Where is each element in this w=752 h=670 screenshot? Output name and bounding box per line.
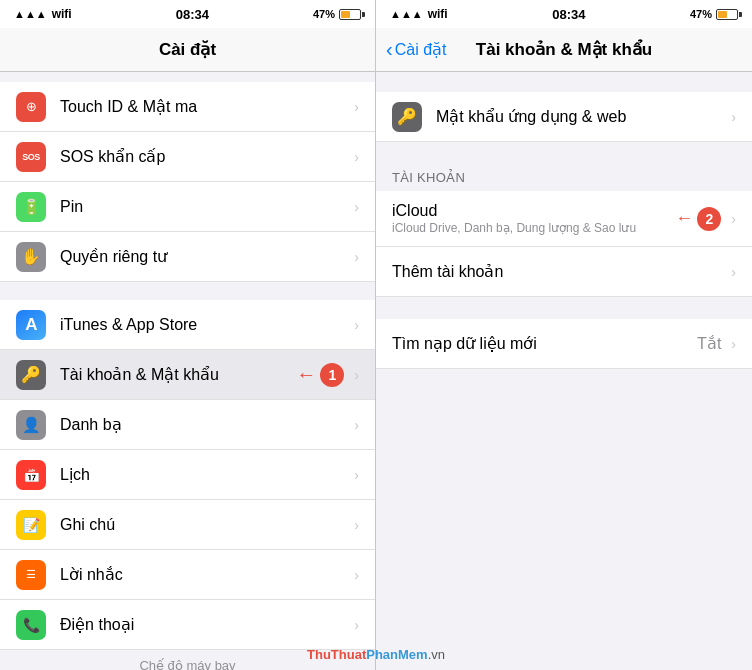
privacy-chevron: › xyxy=(354,249,359,265)
phone-icon: 📞 xyxy=(16,610,46,640)
wifi-icon: wifi xyxy=(52,7,72,21)
list-item-notes[interactable]: 📝 Ghi chú › xyxy=(0,500,375,550)
time-left: 08:34 xyxy=(176,7,209,22)
status-bar-left: ▲▲▲ wifi 08:34 47% xyxy=(0,0,375,28)
sos-chevron: › xyxy=(354,149,359,165)
list-item-contacts[interactable]: 👤 Danh bạ › xyxy=(0,400,375,450)
sos-text: SOS khẩn cấp xyxy=(60,147,350,166)
signal-icon-right: ▲▲▲ xyxy=(390,8,423,20)
touchid-chevron: › xyxy=(354,99,359,115)
back-label: Cài đặt xyxy=(395,40,447,59)
notes-icon: 📝 xyxy=(16,510,46,540)
list-item-itunes[interactable]: A iTunes & App Store › xyxy=(0,300,375,350)
privacy-text: Quyền riêng tư xyxy=(60,247,350,266)
pin-text: Pin xyxy=(60,198,350,216)
battery-icon-right xyxy=(716,9,738,20)
settings-list-right: 🔑 Mật khẩu ứng dụng & web › TÀI KHOẢN iC… xyxy=(376,72,752,670)
notes-text: Ghi chú xyxy=(60,516,350,534)
reminders-chevron: › xyxy=(354,567,359,583)
list-item-phone[interactable]: 📞 Điện thoại › xyxy=(0,600,375,650)
nav-title-left: Cài đặt xyxy=(159,39,216,60)
list-item-icloud[interactable]: iCloud iCloud Drive, Danh bạ, Dung lượng… xyxy=(376,191,752,247)
password-web-text: Mật khẩu ứng dụng & web xyxy=(436,107,727,126)
reminders-label: Lời nhắc xyxy=(60,566,123,583)
touchid-label: Touch ID & Mật ma xyxy=(60,98,197,115)
itunes-icon: A xyxy=(16,310,46,340)
touchid-text: Touch ID & Mật ma xyxy=(60,97,350,116)
signal-icon: ▲▲▲ xyxy=(14,8,47,20)
phone-chevron: › xyxy=(354,617,359,633)
back-chevron-icon: ‹ xyxy=(386,39,393,59)
privacy-icon: ✋ xyxy=(16,242,46,272)
pin-icon: 🔋 xyxy=(16,192,46,222)
calendar-label: Lịch xyxy=(60,466,90,483)
nav-bar-left: Cài đặt xyxy=(0,28,375,72)
pin-chevron: › xyxy=(354,199,359,215)
nav-title-right: Tài khoản & Mật khẩu xyxy=(476,39,652,60)
itunes-chevron: › xyxy=(354,317,359,333)
contacts-icon: 👤 xyxy=(16,410,46,440)
fetch-text: Tìm nạp dữ liệu mới xyxy=(392,334,697,353)
reminders-icon: ☰ xyxy=(16,560,46,590)
right-panel: ▲▲▲ wifi 08:34 47% ‹ Cài đặt Tài khoản &… xyxy=(376,0,752,670)
icloud-sublabel: iCloud Drive, Danh bạ, Dung lượng & Sao … xyxy=(392,221,673,235)
list-item-pin[interactable]: 🔋 Pin › xyxy=(0,182,375,232)
pin-label: Pin xyxy=(60,198,83,215)
calendar-chevron: › xyxy=(354,467,359,483)
notes-chevron: › xyxy=(354,517,359,533)
password-web-icon: 🔑 xyxy=(392,102,422,132)
status-left: ▲▲▲ wifi xyxy=(14,7,72,21)
touchid-icon: ⊕ xyxy=(16,92,46,122)
list-item-reminders[interactable]: ☰ Lời nhắc › xyxy=(0,550,375,600)
phone-label: Điện thoại xyxy=(60,616,134,633)
section-header-accounts: TÀI KHOẢN xyxy=(376,164,752,191)
phone-text: Điện thoại xyxy=(60,615,350,634)
status-right-right: 47% xyxy=(690,8,738,20)
accounts-text: Tài khoản & Mật khẩu xyxy=(60,365,294,384)
step2-badge: 2 xyxy=(697,207,721,231)
icloud-chevron: › xyxy=(731,211,736,227)
time-right: 08:34 xyxy=(552,7,585,22)
contacts-text: Danh bạ xyxy=(60,415,350,434)
mode-text: Chế độ máy bay xyxy=(139,658,235,671)
step1-arrow: ← xyxy=(296,363,316,386)
left-panel: ▲▲▲ wifi 08:34 47% Cài đặt ⊕ Touch ID & … xyxy=(0,0,376,670)
status-left-right: ▲▲▲ wifi xyxy=(390,7,448,21)
calendar-text: Lịch xyxy=(60,465,350,484)
icloud-label: iCloud xyxy=(392,202,673,220)
accounts-label: Tài khoản & Mật khẩu xyxy=(60,366,219,383)
nav-back-button[interactable]: ‹ Cài đặt xyxy=(386,40,446,59)
wifi-icon-right: wifi xyxy=(428,7,448,21)
privacy-label: Quyền riêng tư xyxy=(60,248,167,265)
battery-pct-left: 47% xyxy=(313,8,335,20)
fetch-value: Tắt xyxy=(697,334,721,353)
sos-icon: SOS xyxy=(16,142,46,172)
list-item-calendar[interactable]: 📅 Lịch › xyxy=(0,450,375,500)
password-web-chevron: › xyxy=(731,109,736,125)
list-item-add-account[interactable]: Thêm tài khoản › xyxy=(376,247,752,297)
step2-arrow: ← xyxy=(675,208,693,229)
accounts-icon: 🔑 xyxy=(16,360,46,390)
list-item-sos[interactable]: SOS SOS khẩn cấp › xyxy=(0,132,375,182)
add-account-label: Thêm tài khoản xyxy=(392,263,503,280)
step1-badge: 1 xyxy=(320,363,344,387)
reminders-text: Lời nhắc xyxy=(60,565,350,584)
password-web-label: Mật khẩu ứng dụng & web xyxy=(436,108,626,125)
battery-pct-right: 47% xyxy=(690,8,712,20)
status-bar-right: ▲▲▲ wifi 08:34 47% xyxy=(376,0,752,28)
nav-bar-right: ‹ Cài đặt Tài khoản & Mật khẩu xyxy=(376,28,752,72)
list-item-fetch[interactable]: Tìm nạp dữ liệu mới Tắt › xyxy=(376,319,752,369)
list-item-touchid[interactable]: ⊕ Touch ID & Mật ma › xyxy=(0,82,375,132)
list-item-password-web[interactable]: 🔑 Mật khẩu ứng dụng & web › xyxy=(376,92,752,142)
fetch-label: Tìm nạp dữ liệu mới xyxy=(392,335,537,352)
icloud-text: iCloud iCloud Drive, Danh bạ, Dung lượng… xyxy=(392,202,673,235)
itunes-text: iTunes & App Store xyxy=(60,316,350,334)
notes-label: Ghi chú xyxy=(60,516,115,533)
add-account-text: Thêm tài khoản xyxy=(392,262,727,281)
status-right-left: 47% xyxy=(313,8,361,20)
contacts-label: Danh bạ xyxy=(60,416,122,433)
contacts-chevron: › xyxy=(354,417,359,433)
list-item-privacy[interactable]: ✋ Quyền riêng tư › xyxy=(0,232,375,282)
accounts-chevron: › xyxy=(354,367,359,383)
list-item-accounts[interactable]: 🔑 Tài khoản & Mật khẩu ← 1 › xyxy=(0,350,375,400)
